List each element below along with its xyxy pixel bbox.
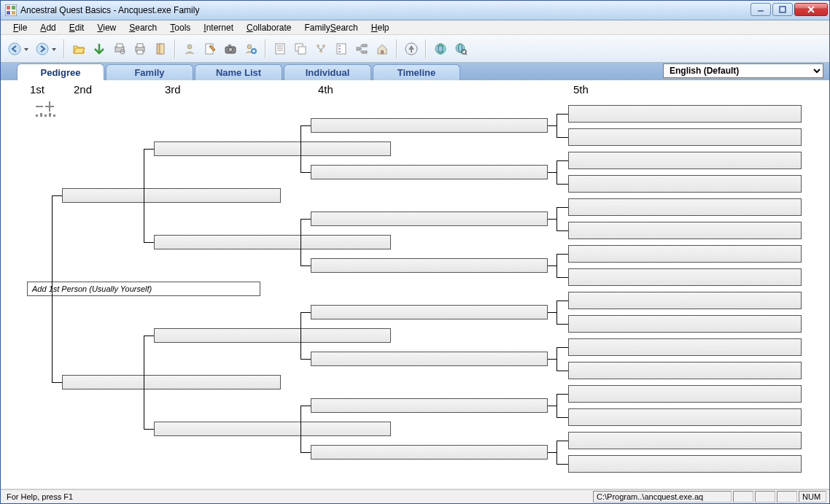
toolbar [1, 35, 829, 63]
pedigree-gen5-slot[interactable] [568, 455, 802, 473]
globe-sync-button[interactable] [431, 39, 450, 58]
pedigree-gen4-slot[interactable] [311, 258, 548, 273]
menu-familysearch[interactable]: FamilySearch [298, 21, 364, 34]
pedigree-gen5-slot[interactable] [568, 408, 802, 426]
save-button[interactable] [90, 39, 109, 58]
menu-collaborate[interactable]: Collaborate [240, 21, 298, 34]
family-group-button[interactable] [311, 39, 330, 58]
pedigree-gen5-slot[interactable] [568, 175, 802, 193]
pedigree-gen5-slot[interactable] [568, 268, 802, 286]
pedigree-gen4-slot[interactable] [311, 398, 548, 413]
descendants-button[interactable] [332, 39, 351, 58]
pedigree-gen3-slot[interactable] [154, 235, 391, 249]
window-controls [751, 3, 828, 18]
tab-individual[interactable]: Individual [284, 64, 371, 80]
language-select[interactable]: English (Default) [663, 63, 823, 78]
menu-file[interactable]: File [7, 21, 34, 34]
svg-point-9 [9, 43, 20, 55]
open-button[interactable] [69, 39, 88, 58]
pedigree-gen4-slot[interactable] [311, 352, 548, 366]
pedigree-gen4-slot[interactable] [311, 445, 548, 460]
menu-view[interactable]: View [90, 21, 123, 34]
menu-tools[interactable]: Tools [163, 21, 197, 34]
pedigree-gen5-slot[interactable] [568, 128, 802, 146]
pedigree-gen3-slot[interactable] [154, 422, 391, 436]
app-icon [5, 4, 17, 16]
tab-timeline[interactable]: Timeline [373, 64, 460, 80]
print-preview-button[interactable] [110, 39, 129, 58]
gen-2-label: 2nd [74, 83, 92, 96]
minimize-button[interactable] [751, 3, 771, 16]
menu-help[interactable]: Help [365, 21, 396, 34]
pedigree-gen4-slot[interactable] [311, 118, 548, 133]
pedigree-root-person[interactable]: Add 1st Person (Usually Yourself) [27, 282, 260, 296]
pedigree-gen2-mother[interactable] [62, 375, 281, 389]
root-hint-text: Add 1st Person (Usually Yourself) [32, 284, 152, 293]
notes-button[interactable] [271, 39, 290, 58]
svg-rect-45 [381, 50, 384, 54]
pedigree-gen5-slot[interactable] [568, 432, 802, 449]
pedigree-gen5-slot[interactable] [568, 105, 802, 123]
pedigree-gen3-slot[interactable] [154, 328, 391, 343]
pedigree-gen5-slot[interactable] [568, 362, 802, 379]
status-pane-2 [755, 491, 775, 503]
pedigree-gen5-slot[interactable] [568, 292, 802, 309]
globe-refresh-icon [434, 42, 447, 55]
pedigree-gen5-slot[interactable] [568, 338, 802, 356]
menu-internet[interactable]: Internet [197, 21, 240, 34]
menu-edit[interactable]: Edit [63, 21, 91, 34]
pedigree-gen5-slot[interactable] [568, 315, 802, 333]
pedigree-canvas: Add 1st Person (Usually Yourself) [1, 96, 829, 489]
pedigree-gen5-slot[interactable] [568, 222, 802, 239]
nav-forward-button[interactable] [33, 39, 59, 58]
open-folder-icon [72, 42, 85, 55]
print-button[interactable] [131, 39, 150, 58]
maximize-button[interactable] [772, 3, 793, 16]
tab-name-list[interactable]: Name List [195, 64, 282, 80]
tab-pedigree[interactable]: Pedigree [17, 63, 104, 80]
svg-rect-32 [298, 47, 306, 54]
pedigree-gen5-slot[interactable] [568, 385, 802, 403]
pedigree-gen4-slot[interactable] [311, 305, 548, 319]
svg-point-49 [456, 44, 465, 53]
close-button[interactable] [794, 3, 828, 16]
add-contact-button[interactable] [241, 39, 260, 58]
edit-person-button[interactable] [201, 39, 220, 58]
cut-button[interactable] [151, 39, 170, 58]
svg-rect-4 [12, 11, 15, 15]
menu-add[interactable]: Add [34, 21, 62, 34]
svg-rect-38 [337, 44, 346, 54]
globe-search-button[interactable] [451, 39, 470, 58]
nav-back-button[interactable] [5, 39, 31, 58]
up-button[interactable] [402, 39, 421, 58]
pedigree-gen2-father[interactable] [62, 188, 281, 203]
add-person-button[interactable] [180, 39, 199, 58]
pedigree-gen4-slot[interactable] [311, 165, 548, 179]
camera-button[interactable] [221, 39, 240, 58]
menu-search[interactable]: Search [123, 21, 163, 34]
status-pane-1 [733, 491, 753, 503]
pedigree-gen4-slot[interactable] [311, 212, 548, 226]
tab-family[interactable]: Family [106, 64, 193, 80]
pedigree-gen5-slot[interactable] [568, 198, 802, 216]
svg-point-34 [322, 44, 325, 47]
statusbar: For Help, press F1 C:\Program..\ancquest… [1, 489, 829, 503]
svg-rect-2 [12, 6, 15, 9]
svg-rect-13 [117, 44, 123, 47]
status-help-text: For Help, press F1 [5, 491, 592, 503]
pedigree-gen3-slot[interactable] [154, 141, 391, 156]
pedigree-gen5-slot[interactable] [568, 152, 802, 169]
svg-rect-24 [228, 44, 231, 47]
status-pane-3 [777, 491, 797, 503]
home-button[interactable] [373, 39, 392, 58]
pedigree-gen5-slot[interactable] [568, 245, 802, 263]
svg-rect-6 [780, 7, 786, 12]
menubar: File Add Edit View Search Tools Internet… [1, 20, 829, 35]
zoom-control[interactable] [36, 101, 65, 122]
cascade-button[interactable] [291, 39, 310, 58]
svg-rect-17 [137, 50, 143, 54]
notes-icon [274, 42, 287, 55]
svg-point-33 [317, 44, 319, 47]
svg-point-25 [247, 44, 252, 49]
ancestors-button[interactable] [352, 39, 371, 58]
